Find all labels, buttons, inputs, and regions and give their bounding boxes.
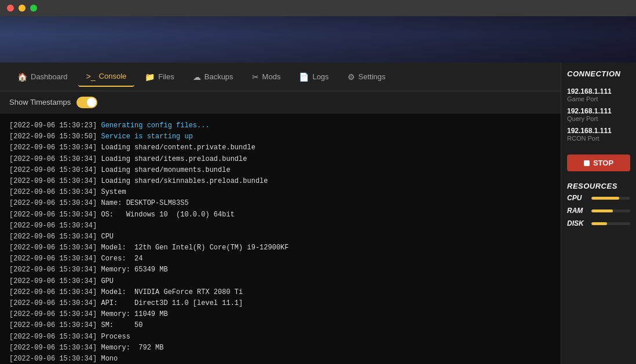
connection-item: 192.168.1.111 Query Port — [567, 107, 630, 122]
console-line: [2022-09-06 15:30:34] Process — [9, 332, 551, 343]
console-line: [2022-09-06 15:30:34] API: Direct3D 11.0… — [9, 298, 551, 309]
console-line: [2022-09-06 15:30:34] Model: 12th Gen In… — [9, 242, 551, 253]
nav-label-backups: Backups — [204, 72, 233, 81]
resource-name: RAM — [567, 207, 588, 215]
resource-bar-fill — [591, 222, 607, 225]
nav-label-dashboard: Dashboard — [31, 72, 68, 81]
connection-label: Query Port — [567, 115, 630, 122]
resource-bar-fill — [591, 209, 613, 212]
close-button[interactable] — [7, 5, 14, 12]
connection-item: 192.168.1.111 Game Port — [567, 87, 630, 102]
stop-label: STOP — [593, 159, 613, 167]
show-timestamps-label: Show Timestamps — [9, 98, 71, 106]
cloud-icon: ☁ — [193, 72, 201, 82]
nav-label-console: Console — [99, 72, 127, 80]
logs-icon: 📄 — [299, 72, 309, 82]
console-line: [2022-09-06 15:30:23] Generating config … — [9, 120, 551, 131]
toggle-knob — [87, 98, 96, 107]
connection-label: Game Port — [567, 95, 630, 102]
console-line: [2022-09-06 15:30:34] Mono — [9, 354, 551, 364]
resource-items: CPU RAM DISK — [567, 194, 630, 227]
stop-icon — [584, 160, 590, 166]
hero-banner — [0, 16, 636, 62]
nav-label-logs: Logs — [312, 72, 328, 81]
connection-label: RCON Port — [567, 135, 630, 142]
connection-item: 192.168.1.111 RCON Port — [567, 127, 630, 142]
nav-bar: 🏠 Dashboard >_ Console 📁 Files ☁ Backups… — [0, 62, 561, 91]
console-icon: >_ — [86, 72, 96, 81]
resource-row: RAM — [567, 207, 630, 215]
resources-section-title: RESOURCES — [567, 182, 630, 190]
title-bar — [0, 0, 636, 16]
right-panel: CONNECTION 192.168.1.111 Game Port192.16… — [561, 62, 636, 364]
console-line: [2022-09-06 15:30:34] CPU — [9, 231, 551, 242]
home-icon: 🏠 — [17, 72, 27, 82]
nav-item-console[interactable]: >_ Console — [78, 67, 135, 87]
timestamps-toggle[interactable] — [76, 97, 97, 108]
console-line: [2022-09-06 15:30:34] Cores: 24 — [9, 253, 551, 264]
main-layout: 🏠 Dashboard >_ Console 📁 Files ☁ Backups… — [0, 62, 636, 364]
console-line: [2022-09-06 15:30:34] — [9, 220, 551, 231]
nav-item-dashboard[interactable]: 🏠 Dashboard — [9, 68, 76, 86]
resource-bar-bg — [591, 197, 630, 200]
mods-icon: ✂ — [252, 72, 259, 82]
nav-item-backups[interactable]: ☁ Backups — [185, 68, 242, 86]
folder-icon: 📁 — [145, 72, 155, 82]
resource-name: DISK — [567, 219, 588, 227]
minimize-button[interactable] — [19, 5, 25, 12]
console-line: [2022-09-06 15:30:34] Memory: 65349 MB — [9, 264, 551, 275]
nav-label-settings: Settings — [359, 72, 386, 81]
nav-item-mods[interactable]: ✂ Mods — [244, 68, 289, 86]
nav-item-logs[interactable]: 📄 Logs — [291, 68, 337, 86]
console-line: [2022-09-06 15:30:34] Model: NVIDIA GeFo… — [9, 287, 551, 298]
console-line: [2022-09-06 15:30:34] OS: Windows 10 (10… — [9, 209, 551, 220]
connection-ip: 192.168.1.111 — [567, 87, 630, 95]
nav-label-mods: Mods — [262, 72, 281, 81]
left-panel: 🏠 Dashboard >_ Console 📁 Files ☁ Backups… — [0, 62, 561, 364]
console-line: [2022-09-06 15:30:34] Memory: 792 MB — [9, 343, 551, 354]
console-line: [2022-09-06 15:30:34] Loading shared/ite… — [9, 154, 551, 165]
resource-bar-bg — [591, 209, 630, 212]
resource-row: DISK — [567, 219, 630, 227]
resources-section: RESOURCES CPU RAM DISK — [567, 182, 630, 232]
console-line: [2022-09-06 15:30:34] GPU — [9, 276, 551, 287]
stop-button[interactable]: STOP — [567, 155, 630, 171]
connection-section-title: CONNECTION — [567, 69, 630, 78]
console-line: [2022-09-06 15:30:34] Memory: 11049 MB — [9, 309, 551, 320]
resource-bar-fill — [591, 197, 619, 200]
console-line: [2022-09-06 15:30:34] System — [9, 187, 551, 198]
console-line: [2022-09-06 15:30:34] SM: 50 — [9, 320, 551, 331]
resource-bar-bg — [591, 222, 630, 225]
maximize-button[interactable] — [30, 5, 37, 12]
resource-name: CPU — [567, 194, 588, 202]
resource-row: CPU — [567, 194, 630, 202]
connection-ip: 192.168.1.111 — [567, 127, 630, 135]
console-line: [2022-09-06 15:30:34] Loading shared/ski… — [9, 176, 551, 187]
console-line: [2022-09-06 15:30:34] Name: DESKTOP-SLM8… — [9, 198, 551, 209]
console-line: [2022-09-06 15:30:34] Loading shared/mon… — [9, 165, 551, 176]
console-line: [2022-09-06 15:30:50] Service is startin… — [9, 131, 551, 142]
console-output[interactable]: [2022-09-06 15:30:23] Generating config … — [0, 113, 561, 364]
nav-item-settings[interactable]: ⚙ Settings — [339, 68, 394, 86]
connection-items: 192.168.1.111 Game Port192.168.1.111 Que… — [567, 87, 630, 146]
gear-icon: ⚙ — [348, 72, 355, 82]
nav-item-files[interactable]: 📁 Files — [137, 68, 182, 86]
toolbar: Show Timestamps — [0, 91, 561, 113]
connection-ip: 192.168.1.111 — [567, 107, 630, 115]
nav-label-files: Files — [158, 72, 174, 81]
console-line: [2022-09-06 15:30:34] Loading shared/con… — [9, 142, 551, 153]
